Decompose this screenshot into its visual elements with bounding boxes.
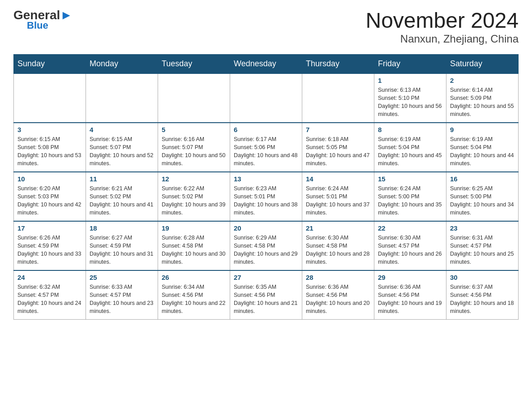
list-item bbox=[158, 73, 230, 123]
day-info: Sunrise: 6:31 AMSunset: 4:57 PMDaylight:… bbox=[450, 234, 515, 266]
list-item: 2Sunrise: 6:14 AMSunset: 5:09 PMDaylight… bbox=[446, 73, 519, 123]
day-info: Sunrise: 6:36 AMSunset: 4:56 PMDaylight:… bbox=[306, 283, 370, 316]
list-item: 30Sunrise: 6:37 AMSunset: 4:56 PMDayligh… bbox=[446, 270, 519, 320]
list-item: 26Sunrise: 6:34 AMSunset: 4:56 PMDayligh… bbox=[158, 270, 230, 320]
day-info: Sunrise: 6:19 AMSunset: 5:04 PMDaylight:… bbox=[450, 135, 515, 168]
col-wednesday: Wednesday bbox=[230, 54, 302, 73]
day-info: Sunrise: 6:23 AMSunset: 5:01 PMDaylight:… bbox=[234, 184, 298, 217]
day-number: 26 bbox=[162, 274, 226, 281]
day-number: 20 bbox=[234, 224, 298, 232]
day-info: Sunrise: 6:13 AMSunset: 5:10 PMDaylight:… bbox=[378, 86, 442, 119]
calendar-header-row: Sunday Monday Tuesday Wednesday Thursday… bbox=[14, 54, 519, 73]
list-item: 12Sunrise: 6:22 AMSunset: 5:02 PMDayligh… bbox=[158, 172, 230, 221]
list-item: 24Sunrise: 6:32 AMSunset: 4:57 PMDayligh… bbox=[14, 270, 86, 320]
day-number: 9 bbox=[450, 126, 515, 133]
day-number: 22 bbox=[378, 224, 442, 232]
list-item bbox=[86, 73, 158, 123]
col-tuesday: Tuesday bbox=[158, 54, 230, 73]
day-info: Sunrise: 6:19 AMSunset: 5:04 PMDaylight:… bbox=[378, 135, 442, 168]
list-item: 11Sunrise: 6:21 AMSunset: 5:02 PMDayligh… bbox=[86, 172, 158, 221]
calendar-subtitle: Nanxun, Zhejiang, China bbox=[365, 33, 519, 45]
day-number: 14 bbox=[306, 175, 370, 183]
list-item bbox=[230, 73, 302, 123]
day-number: 28 bbox=[306, 274, 370, 281]
table-row: 3Sunrise: 6:15 AMSunset: 5:08 PMDaylight… bbox=[14, 123, 519, 172]
list-item: 28Sunrise: 6:36 AMSunset: 4:56 PMDayligh… bbox=[302, 270, 374, 320]
day-info: Sunrise: 6:33 AMSunset: 4:57 PMDaylight:… bbox=[90, 283, 154, 316]
day-info: Sunrise: 6:24 AMSunset: 5:00 PMDaylight:… bbox=[378, 184, 442, 217]
day-info: Sunrise: 6:15 AMSunset: 5:07 PMDaylight:… bbox=[90, 135, 154, 168]
list-item: 5Sunrise: 6:16 AMSunset: 5:07 PMDaylight… bbox=[158, 123, 230, 172]
day-number: 3 bbox=[17, 126, 82, 133]
day-number: 27 bbox=[234, 274, 298, 281]
title-block: November 2024 Nanxun, Zhejiang, China bbox=[365, 9, 519, 45]
list-item: 25Sunrise: 6:33 AMSunset: 4:57 PMDayligh… bbox=[86, 270, 158, 320]
col-monday: Monday bbox=[86, 54, 158, 73]
day-number: 23 bbox=[450, 224, 515, 232]
day-info: Sunrise: 6:26 AMSunset: 4:59 PMDaylight:… bbox=[17, 234, 82, 266]
day-number: 4 bbox=[90, 126, 154, 133]
day-info: Sunrise: 6:16 AMSunset: 5:07 PMDaylight:… bbox=[162, 135, 226, 168]
day-info: Sunrise: 6:34 AMSunset: 4:56 PMDaylight:… bbox=[162, 283, 226, 316]
list-item: 4Sunrise: 6:15 AMSunset: 5:07 PMDaylight… bbox=[86, 123, 158, 172]
table-row: 17Sunrise: 6:26 AMSunset: 4:59 PMDayligh… bbox=[14, 221, 519, 270]
list-item: 3Sunrise: 6:15 AMSunset: 5:08 PMDaylight… bbox=[14, 123, 86, 172]
calendar-title: November 2024 bbox=[365, 9, 519, 33]
day-info: Sunrise: 6:18 AMSunset: 5:05 PMDaylight:… bbox=[306, 135, 370, 168]
list-item: 9Sunrise: 6:19 AMSunset: 5:04 PMDaylight… bbox=[446, 123, 519, 172]
list-item: 17Sunrise: 6:26 AMSunset: 4:59 PMDayligh… bbox=[14, 221, 86, 270]
day-info: Sunrise: 6:21 AMSunset: 5:02 PMDaylight:… bbox=[90, 184, 154, 217]
day-info: Sunrise: 6:27 AMSunset: 4:59 PMDaylight:… bbox=[90, 234, 154, 266]
day-info: Sunrise: 6:14 AMSunset: 5:09 PMDaylight:… bbox=[450, 86, 515, 119]
list-item: 20Sunrise: 6:29 AMSunset: 4:58 PMDayligh… bbox=[230, 221, 302, 270]
day-info: Sunrise: 6:20 AMSunset: 5:03 PMDaylight:… bbox=[17, 184, 82, 217]
day-number: 7 bbox=[306, 126, 370, 133]
list-item: 19Sunrise: 6:28 AMSunset: 4:58 PMDayligh… bbox=[158, 221, 230, 270]
day-info: Sunrise: 6:24 AMSunset: 5:01 PMDaylight:… bbox=[306, 184, 370, 217]
day-number: 5 bbox=[162, 126, 226, 133]
day-info: Sunrise: 6:17 AMSunset: 5:06 PMDaylight:… bbox=[234, 135, 298, 168]
col-friday: Friday bbox=[374, 54, 446, 73]
calendar-table: Sunday Monday Tuesday Wednesday Thursday… bbox=[13, 54, 519, 320]
table-row: 10Sunrise: 6:20 AMSunset: 5:03 PMDayligh… bbox=[14, 172, 519, 221]
list-item: 18Sunrise: 6:27 AMSunset: 4:59 PMDayligh… bbox=[86, 221, 158, 270]
day-number: 15 bbox=[378, 175, 442, 183]
day-number: 17 bbox=[17, 224, 82, 232]
day-info: Sunrise: 6:25 AMSunset: 5:00 PMDaylight:… bbox=[450, 184, 515, 217]
list-item: 14Sunrise: 6:24 AMSunset: 5:01 PMDayligh… bbox=[302, 172, 374, 221]
list-item bbox=[14, 73, 86, 123]
day-number: 16 bbox=[450, 175, 515, 183]
day-number: 24 bbox=[17, 274, 82, 281]
day-info: Sunrise: 6:36 AMSunset: 4:56 PMDaylight:… bbox=[378, 283, 442, 316]
day-info: Sunrise: 6:22 AMSunset: 5:02 PMDaylight:… bbox=[162, 184, 226, 217]
list-item bbox=[302, 73, 374, 123]
logo-blue-text: Blue bbox=[27, 20, 48, 31]
day-info: Sunrise: 6:32 AMSunset: 4:57 PMDaylight:… bbox=[17, 283, 82, 316]
col-sunday: Sunday bbox=[14, 54, 86, 73]
day-number: 12 bbox=[162, 175, 226, 183]
list-item: 8Sunrise: 6:19 AMSunset: 5:04 PMDaylight… bbox=[374, 123, 446, 172]
table-row: 1Sunrise: 6:13 AMSunset: 5:10 PMDaylight… bbox=[14, 73, 519, 123]
day-number: 2 bbox=[450, 77, 515, 84]
list-item: 23Sunrise: 6:31 AMSunset: 4:57 PMDayligh… bbox=[446, 221, 519, 270]
list-item: 1Sunrise: 6:13 AMSunset: 5:10 PMDaylight… bbox=[374, 73, 446, 123]
list-item: 10Sunrise: 6:20 AMSunset: 5:03 PMDayligh… bbox=[14, 172, 86, 221]
list-item: 29Sunrise: 6:36 AMSunset: 4:56 PMDayligh… bbox=[374, 270, 446, 320]
day-info: Sunrise: 6:37 AMSunset: 4:56 PMDaylight:… bbox=[450, 283, 515, 316]
day-number: 21 bbox=[306, 224, 370, 232]
day-info: Sunrise: 6:35 AMSunset: 4:56 PMDaylight:… bbox=[234, 283, 298, 316]
col-thursday: Thursday bbox=[302, 54, 374, 73]
day-number: 1 bbox=[378, 77, 442, 84]
day-number: 10 bbox=[17, 175, 82, 183]
day-info: Sunrise: 6:30 AMSunset: 4:57 PMDaylight:… bbox=[378, 234, 442, 266]
logo-arrow-icon: ► bbox=[60, 8, 73, 22]
page-header: General► Blue November 2024 Nanxun, Zhej… bbox=[13, 9, 519, 45]
day-number: 30 bbox=[450, 274, 515, 281]
day-info: Sunrise: 6:30 AMSunset: 4:58 PMDaylight:… bbox=[306, 234, 370, 266]
list-item: 21Sunrise: 6:30 AMSunset: 4:58 PMDayligh… bbox=[302, 221, 374, 270]
table-row: 24Sunrise: 6:32 AMSunset: 4:57 PMDayligh… bbox=[14, 270, 519, 320]
list-item: 22Sunrise: 6:30 AMSunset: 4:57 PMDayligh… bbox=[374, 221, 446, 270]
day-number: 25 bbox=[90, 274, 154, 281]
day-info: Sunrise: 6:15 AMSunset: 5:08 PMDaylight:… bbox=[17, 135, 82, 168]
logo: General► Blue bbox=[13, 9, 73, 31]
